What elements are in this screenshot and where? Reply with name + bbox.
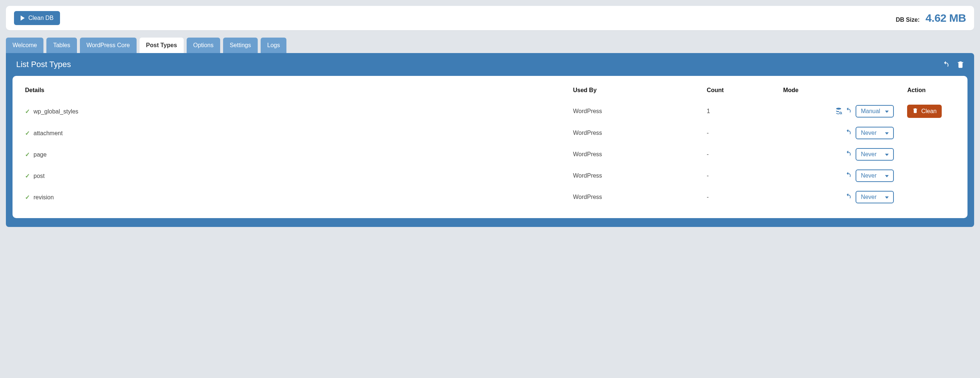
mode-select-label: Never (861, 172, 877, 179)
tab-post-types[interactable]: Post Types (140, 38, 184, 53)
mode-select[interactable]: Never (856, 169, 894, 182)
panel: List Post Types Details Used By Count Mo… (6, 53, 974, 227)
mode-select-label: Never (861, 151, 877, 158)
clean-row-label: Clean (921, 108, 937, 115)
refresh-icon[interactable] (845, 171, 852, 180)
col-header-details: Details (13, 80, 566, 100)
refresh-icon[interactable] (845, 193, 852, 201)
cell-action (900, 122, 967, 144)
row-name: post (33, 173, 45, 179)
cell-mode: Manual (776, 100, 900, 122)
cell-usedby: WordPress (566, 100, 700, 122)
tab-label: Tables (53, 42, 70, 48)
cell-count: - (700, 187, 777, 208)
topbar: Clean DB DB Size: 4.62 MB (6, 6, 974, 30)
cell-mode: Never (776, 144, 900, 165)
panel-refresh-icon[interactable] (942, 61, 950, 69)
tab-options[interactable]: Options (187, 38, 220, 53)
row-name: revision (33, 194, 54, 201)
cell-action (900, 187, 967, 208)
table-row: ✓pageWordPress-Never (13, 144, 967, 165)
cell-mode: Never (776, 165, 900, 187)
table-card: Details Used By Count Mode Action ✓wp_gl… (13, 76, 967, 218)
tab-wordpress-core[interactable]: WordPress Core (80, 38, 137, 53)
post-types-table: Details Used By Count Mode Action ✓wp_gl… (13, 80, 967, 208)
cell-count: 1 (700, 100, 777, 122)
check-icon: ✓ (25, 194, 30, 201)
cell-count: - (700, 122, 777, 144)
check-icon: ✓ (25, 130, 30, 137)
table-row: ✓revisionWordPress-Never (13, 187, 967, 208)
cell-usedby: WordPress (566, 144, 700, 165)
refresh-icon[interactable] (845, 150, 852, 159)
cell-action (900, 144, 967, 165)
db-size-value: 4.62 MB (926, 12, 966, 24)
mode-select-label: Never (861, 194, 877, 201)
inspect-icon[interactable] (835, 107, 842, 116)
mode-select-label: Never (861, 130, 877, 136)
clean-db-button[interactable]: Clean DB (14, 11, 60, 25)
mode-select[interactable]: Manual (856, 105, 894, 118)
panel-title: List Post Types (16, 60, 71, 69)
refresh-icon[interactable] (845, 129, 852, 137)
clean-row-button[interactable]: Clean (907, 105, 942, 118)
row-name: attachment (33, 130, 63, 136)
cell-count: - (700, 165, 777, 187)
cell-usedby: WordPress (566, 187, 700, 208)
clean-db-label: Clean DB (29, 15, 53, 21)
panel-actions (942, 61, 964, 69)
check-icon: ✓ (25, 108, 30, 115)
table-row: ✓postWordPress-Never (13, 165, 967, 187)
cell-details: ✓post (13, 165, 566, 187)
refresh-icon[interactable] (845, 107, 852, 116)
trash-icon (912, 108, 918, 115)
row-name: wp_global_styles (33, 108, 78, 115)
db-size: DB Size: 4.62 MB (896, 12, 966, 24)
cell-details: ✓revision (13, 187, 566, 208)
tab-label: Logs (267, 42, 280, 48)
mode-select-label: Manual (861, 108, 880, 115)
cell-mode: Never (776, 187, 900, 208)
tabs: WelcomeTablesWordPress CorePost TypesOpt… (6, 38, 974, 53)
panel-trash-icon[interactable] (956, 61, 964, 69)
panel-header: List Post Types (6, 53, 974, 76)
col-header-action: Action (900, 80, 967, 100)
cell-usedby: WordPress (566, 165, 700, 187)
tab-label: Post Types (146, 42, 177, 48)
check-icon: ✓ (25, 172, 30, 179)
tab-label: WordPress Core (86, 42, 130, 48)
tab-settings[interactable]: Settings (223, 38, 258, 53)
col-header-usedby: Used By (566, 80, 700, 100)
mode-select[interactable]: Never (856, 127, 894, 139)
db-size-label: DB Size: (896, 17, 920, 23)
cell-action: Clean (900, 100, 967, 122)
table-row: ✓wp_global_stylesWordPress1ManualClean (13, 100, 967, 122)
col-header-mode: Mode (776, 80, 900, 100)
cell-details: ✓attachment (13, 122, 566, 144)
cell-usedby: WordPress (566, 122, 700, 144)
cell-action (900, 165, 967, 187)
row-name: page (33, 152, 47, 158)
cell-mode: Never (776, 122, 900, 144)
tab-tables[interactable]: Tables (46, 38, 76, 53)
cell-count: - (700, 144, 777, 165)
cell-details: ✓page (13, 144, 566, 165)
mode-select[interactable]: Never (856, 191, 894, 203)
col-header-count: Count (700, 80, 777, 100)
tab-label: Welcome (13, 42, 37, 48)
tab-welcome[interactable]: Welcome (6, 38, 43, 53)
cell-details: ✓wp_global_styles (13, 100, 566, 122)
check-icon: ✓ (25, 151, 30, 158)
tab-logs[interactable]: Logs (261, 38, 287, 53)
mode-select[interactable]: Never (856, 148, 894, 161)
tab-label: Options (193, 42, 213, 48)
play-icon (21, 16, 25, 21)
table-row: ✓attachmentWordPress-Never (13, 122, 967, 144)
tab-label: Settings (230, 42, 251, 48)
table-header-row: Details Used By Count Mode Action (13, 80, 967, 100)
